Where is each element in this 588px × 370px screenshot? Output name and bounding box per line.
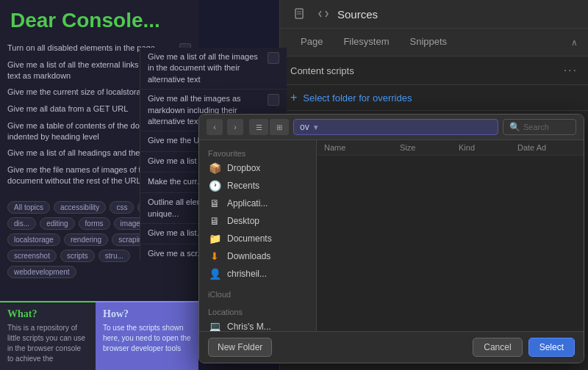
tag-webdevelopment[interactable]: webdevelopment (7, 266, 76, 278)
grid-view-button[interactable]: ⊞ (270, 119, 289, 135)
copy-icon[interactable] (268, 94, 279, 106)
locations-label: Locations (199, 305, 316, 318)
col-header-date: Date Ad (517, 143, 576, 152)
tag-dis[interactable]: dis... (7, 217, 36, 230)
main-pane: Name Size Kind Date Ad (317, 140, 584, 331)
more-options-icon[interactable]: ··· (564, 64, 578, 77)
file-picker-body: Favourites 📦 Dropbox 🕐 Recents 🖥 Applica… (199, 140, 584, 331)
list-view-button[interactable]: ☰ (249, 119, 268, 135)
file-picker-toolbar: ‹ › ☰ ⊞ ov ▼ 🔍 Search (199, 115, 584, 140)
how-box: How? To use the scripts shown here, you … (96, 301, 198, 370)
copy-icon[interactable] (268, 52, 279, 64)
what-box: What? This is a repository of little scr… (0, 301, 96, 370)
select-folder-row[interactable]: + Select folder for overrides (280, 85, 588, 111)
col-header-size: Size (400, 143, 459, 152)
content-scripts-section: Content scripts ··· (280, 57, 588, 85)
devtools-icons (293, 7, 330, 21)
downloads-label: Downloads (227, 251, 270, 261)
sources-title: Sources (337, 8, 378, 21)
tag-css[interactable]: css (110, 201, 134, 214)
tag-screenshot[interactable]: screenshot (7, 250, 57, 262)
file-picker-footer: New Folder Cancel Select (199, 331, 584, 363)
devtools-header: Sources (280, 0, 588, 29)
sidebar-item-dropbox[interactable]: 📦 Dropbox (199, 159, 316, 177)
what-text: This is a repository of little scripts y… (7, 323, 88, 364)
tag-all-topics[interactable]: All topics (7, 201, 50, 214)
downloads-icon: ⬇ (208, 250, 221, 262)
tag-accessibility[interactable]: accessibility (54, 201, 106, 214)
dropbox-icon: 📦 (208, 162, 221, 174)
applications-label: Applicati... (227, 198, 268, 208)
nav-arrow: ∧ (571, 37, 578, 48)
app-title: Dear Console... (0, 0, 198, 38)
content-scripts-title: Content scripts (290, 65, 354, 76)
select-button[interactable]: Select (528, 338, 575, 357)
tag-localstorage[interactable]: localstorage (7, 233, 60, 246)
devtools-nav: Page Filesystem Snippets ∧ (280, 29, 588, 57)
location-arrow-icon: ▼ (312, 123, 320, 131)
search-bar[interactable]: 🔍 Search (503, 119, 576, 135)
sidebar-item-documents[interactable]: 📁 Documents (199, 230, 316, 247)
favourites-label: Favourites (199, 146, 316, 159)
tab-snippets[interactable]: Snippets (400, 29, 458, 56)
user-label: chrisheil... (227, 269, 267, 279)
cancel-button[interactable]: Cancel (473, 338, 522, 357)
documents-label: Documents (227, 233, 272, 244)
sidebar-item-chrism[interactable]: 💻 Chris's M... (199, 318, 316, 331)
tag-editing[interactable]: editing (40, 217, 74, 230)
tag-rendering[interactable]: rendering (64, 233, 108, 246)
tag-scripts[interactable]: scripts (60, 250, 95, 262)
tag-stru[interactable]: stru... (98, 250, 130, 262)
sidebar-item-recents[interactable]: 🕐 Recents (199, 177, 316, 195)
dropbox-label: Dropbox (227, 163, 260, 173)
tab-page[interactable]: Page (290, 29, 333, 56)
how-text: To use the scripts shown here, you need … (103, 323, 191, 354)
middle-item-text: Give me a list of all the images in the … (148, 51, 263, 85)
search-placeholder: Search (523, 123, 549, 131)
what-title: What? (7, 308, 88, 320)
location-bar[interactable]: ov ▼ (293, 119, 498, 135)
applications-icon: 🖥 (208, 197, 221, 209)
icloud-label: iCloud (199, 287, 316, 300)
desktop-label: Desktop (227, 216, 259, 226)
chrism-label: Chris's M... (227, 322, 271, 331)
user-icon: 👤 (208, 268, 221, 280)
sidebar-item-applications[interactable]: 🖥 Applicati... (199, 195, 316, 212)
page-icon[interactable] (293, 7, 306, 21)
plus-icon: + (290, 91, 297, 104)
documents-icon: 📁 (208, 233, 221, 244)
col-header-kind: Kind (459, 143, 517, 152)
tag-forms[interactable]: forms (79, 217, 110, 230)
forward-button[interactable]: › (227, 119, 243, 135)
recents-icon: 🕐 (208, 180, 221, 192)
code-icon[interactable] (317, 7, 330, 21)
footer-buttons: Cancel Select (473, 338, 575, 357)
desktop-icon: 🖥 (208, 215, 221, 227)
view-toggle: ☰ ⊞ (249, 119, 289, 135)
back-button[interactable]: ‹ (207, 119, 223, 135)
new-folder-button[interactable]: New Folder (208, 338, 272, 357)
how-title: How? (103, 308, 191, 320)
search-icon: 🔍 (509, 122, 520, 132)
file-picker: ‹ › ☰ ⊞ ov ▼ 🔍 Search Favourites 📦 Dropb… (198, 114, 584, 363)
location-text: ov (300, 122, 309, 132)
select-folder-label: Select folder for overrides (303, 92, 412, 104)
column-headers: Name Size Kind Date Ad (317, 140, 584, 156)
sidebar-item-user[interactable]: 👤 chrisheil... (199, 265, 316, 283)
sidebar-item-downloads[interactable]: ⬇ Downloads (199, 247, 316, 265)
col-header-name: Name (324, 143, 400, 152)
tab-filesystem[interactable]: Filesystem (333, 29, 399, 56)
sidebar-pane: Favourites 📦 Dropbox 🕐 Recents 🖥 Applica… (199, 140, 317, 331)
computer-icon: 💻 (208, 321, 221, 331)
sidebar-item-desktop[interactable]: 🖥 Desktop (199, 212, 316, 230)
middle-item[interactable]: Give me a list of all the images in the … (140, 48, 287, 90)
recents-label: Recents (227, 181, 259, 191)
bottom-section: What? This is a repository of little scr… (0, 301, 198, 370)
